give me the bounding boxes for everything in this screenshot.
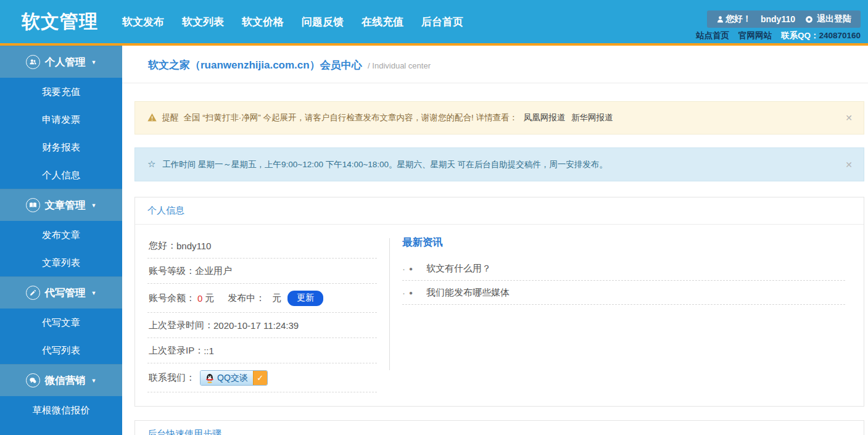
logout-button[interactable]: 退出登陆 xyxy=(817,14,851,25)
page-subtitle: / Individual center xyxy=(368,61,431,70)
close-icon[interactable]: ✕ xyxy=(845,112,853,124)
nav-admin-home[interactable]: 后台首页 xyxy=(421,15,463,29)
last-login-ip-value: ::1 xyxy=(204,346,214,356)
last-login-ip-row: 上次登录IP： ::1 xyxy=(147,338,377,363)
chevron-down-icon: ▼ xyxy=(91,202,97,209)
section-label: 微信营销 xyxy=(45,374,86,387)
news-item[interactable]: · ● 软文有什么用？ xyxy=(402,257,845,281)
account-level-row: 账号等级： 企业用户 xyxy=(147,259,377,284)
news-title: 最新资讯 xyxy=(402,234,845,257)
news-column: 最新资讯 · ● 软文有什么用？ · ● 我们能发布哪些媒体 xyxy=(390,233,851,392)
contact-row: 联系我们： QQ交谈 ✓ xyxy=(147,363,377,392)
balance-label: 账号余额： xyxy=(149,292,195,304)
steps-panel-title: 后台快速使用步骤 xyxy=(135,421,864,435)
topbar-right-area: 您好！ bndy110 退出登陆 站点首页 官网网站 联系QQ：24087016… xyxy=(676,0,861,43)
sidebar-section-wechat[interactable]: 微信营销 ▼ xyxy=(0,364,122,396)
page-title-row: 软文之家（ruanwenzhijia.com.cn）会员中心 / Individ… xyxy=(122,46,868,83)
greeting-label: 您好： xyxy=(149,240,176,252)
section-label: 代写管理 xyxy=(45,286,86,300)
level-label: 账号等级： xyxy=(149,265,195,277)
sidebar-item-finance-report[interactable]: 财务报表 xyxy=(0,133,122,161)
top-navigation: 软文发布 软文列表 软文价格 问题反馈 在线充值 后台首页 xyxy=(122,15,463,29)
news-item[interactable]: · ● 我们能发布哪些媒体 xyxy=(402,281,845,305)
nav-article-pricing[interactable]: 软文价格 xyxy=(242,15,284,29)
sidebar-section-personal[interactable]: 个人管理 ▼ xyxy=(0,46,122,78)
sidebar-item-recharge[interactable]: 我要充值 xyxy=(0,78,122,106)
nav-article-publish[interactable]: 软文发布 xyxy=(122,15,164,29)
qq-number: 240870160 xyxy=(819,31,861,40)
top-header: 软文管理 软文发布 软文列表 软文价格 问题反馈 在线充值 后台首页 您好！ b… xyxy=(0,0,868,43)
qq-chat-label: QQ交谈 xyxy=(217,373,248,384)
warning-text: 全国 “扫黄打非·净网” 今起展开，请客户自行检查发布文章内容，谢谢您的配合! … xyxy=(184,113,518,122)
sidebar-section-articles[interactable]: 文章管理 ▼ xyxy=(0,189,122,221)
bullet-icon: ● xyxy=(409,265,413,272)
username-link[interactable]: bndy110 xyxy=(761,14,795,24)
sidebar-item-profile[interactable]: 个人信息 xyxy=(0,161,122,189)
profile-info-column: 您好： bndy110 账号等级： 企业用户 账号余额： 0 元 发布中： xyxy=(147,233,377,392)
refresh-button[interactable]: 更新 xyxy=(287,291,323,306)
chevron-down-icon: ▼ xyxy=(91,59,97,65)
nav-feedback[interactable]: 问题反馈 xyxy=(302,15,344,29)
dot-icon: · xyxy=(402,288,405,298)
publishing-unit: 元 xyxy=(272,292,281,304)
last-login-time-value: 2020-10-17 11:24:39 xyxy=(213,320,299,331)
contact-label: 联系我们： xyxy=(149,372,195,384)
official-site-link[interactable]: 官网网站 xyxy=(738,30,772,41)
warning-prefix: 提醒 xyxy=(162,113,179,122)
nav-article-list[interactable]: 软文列表 xyxy=(182,15,224,29)
news-item-label: 软文有什么用？ xyxy=(426,263,491,275)
news-item-label: 我们能发布哪些媒体 xyxy=(426,287,510,299)
nav-online-recharge[interactable]: 在线充值 xyxy=(362,15,403,29)
sidebar-item-invoice[interactable]: 申请发票 xyxy=(0,106,122,133)
section-label: 个人管理 xyxy=(45,56,86,69)
last-login-time-label: 上次登录时间： xyxy=(149,320,213,331)
last-login-time-row: 上次登录时间： 2020-10-17 11:24:39 xyxy=(147,313,377,338)
user-icon xyxy=(716,15,724,23)
info-text: 工作时间 星期一～星期五，上午9:00~12:00 下午14:00~18:00。… xyxy=(162,160,608,169)
info-notice: ☆ 工作时间 星期一～星期五，上午9:00~12:00 下午14:00~18:0… xyxy=(134,147,864,181)
qq-verified-icon: ✓ xyxy=(253,371,267,385)
page-title: 软文之家（ruanwenzhijia.com.cn）会员中心 xyxy=(148,59,362,71)
chevron-down-icon: ▼ xyxy=(91,378,97,384)
quick-links: 站点首页 官网网站 联系QQ：240870160 xyxy=(696,30,861,41)
star-icon: ☆ xyxy=(147,159,155,169)
site-home-link[interactable]: 站点首页 xyxy=(696,30,729,41)
main-content: 软文之家（ruanwenzhijia.com.cn）会员中心 / Individ… xyxy=(122,46,868,435)
chevron-down-icon: ▼ xyxy=(91,290,97,296)
warning-notice: 提醒 全国 “扫黄打非·净网” 今起展开，请客户自行检查发布文章内容，谢谢您的配… xyxy=(134,101,864,135)
ghostwriting-icon xyxy=(26,286,40,300)
sidebar-item-wechat-quote[interactable]: 草根微信报价 xyxy=(0,396,122,424)
users-icon xyxy=(26,55,40,69)
user-badge: 您好！ bndy110 退出登陆 xyxy=(707,10,861,28)
warning-link-xinhua[interactable]: 新华网报道 xyxy=(571,113,613,122)
balance-unit: 元 xyxy=(205,292,214,304)
level-value: 企业用户 xyxy=(195,265,232,277)
sidebar-section-ghostwriting[interactable]: 代写管理 ▼ xyxy=(0,276,122,309)
section-label: 文章管理 xyxy=(45,199,86,212)
qq-penguin-icon xyxy=(205,373,214,383)
qq-chat-button[interactable]: QQ交谈 ✓ xyxy=(200,370,268,386)
sidebar-item-ghostwrite-article[interactable]: 代写文章 xyxy=(0,309,122,336)
sidebar-item-publish-article[interactable]: 发布文章 xyxy=(0,221,122,249)
app-logo[interactable]: 软文管理 xyxy=(0,9,122,35)
articles-icon xyxy=(26,198,40,212)
sidebar-item-article-list[interactable]: 文章列表 xyxy=(0,249,122,276)
sidebar-item-ghostwrite-list[interactable]: 代写列表 xyxy=(0,336,122,364)
close-icon[interactable]: ✕ xyxy=(845,159,853,171)
steps-panel: 后台快速使用步骤 Step1：注册账号 注册账号，填写账号、密码、联系方式，点击… xyxy=(134,420,864,435)
warning-link-fenghuang[interactable]: 凤凰网报道 xyxy=(524,113,566,122)
power-icon xyxy=(805,15,813,23)
bullet-icon: ● xyxy=(409,289,413,296)
balance-row: 账号余额： 0 元 发布中： 元 更新 xyxy=(147,284,377,313)
warning-triangle-icon xyxy=(147,113,157,122)
publishing-label: 发布中： xyxy=(228,292,265,304)
qq-label: 联系QQ： xyxy=(781,31,819,40)
wechat-icon xyxy=(26,373,40,387)
profile-panel-title: 个人信息 xyxy=(135,197,864,225)
sidebar: 个人管理 ▼ 我要充值 申请发票 财务报表 个人信息 文章管理 ▼ 发布文章 文… xyxy=(0,46,122,435)
greeting-username: bndy110 xyxy=(176,241,211,251)
contact-qq: 联系QQ：240870160 xyxy=(781,30,861,41)
greeting-row: 您好： bndy110 xyxy=(147,233,377,259)
profile-panel: 个人信息 您好： bndy110 账号等级： 企业用户 账号余额： xyxy=(134,197,864,407)
dot-icon: · xyxy=(402,263,405,274)
